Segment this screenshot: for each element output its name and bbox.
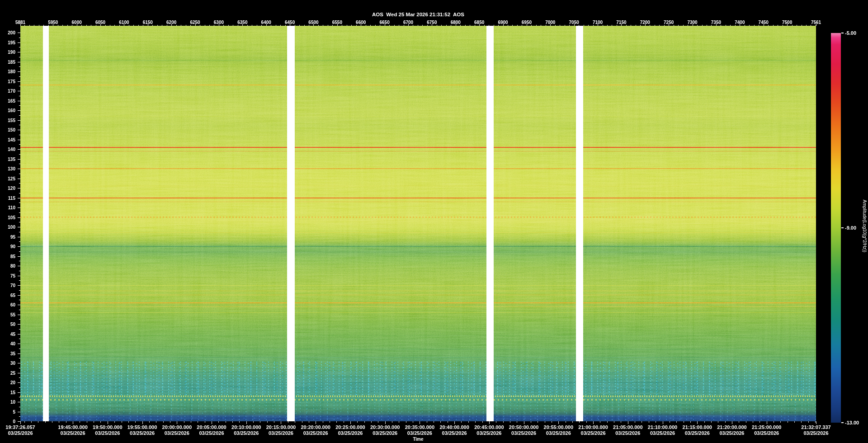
time-value: 20:30:00.000 (370, 424, 400, 430)
colorbar-tick (841, 33, 844, 33)
time-value: 20:50:00.000 (509, 424, 538, 430)
time-value: 21:25:00.000 (752, 424, 781, 430)
time-minor-tick (656, 421, 656, 423)
time-tick-label: 20:55:00.00003/25/2026 (544, 424, 573, 436)
time-minor-tick (718, 421, 718, 423)
time-minor-tick (108, 421, 108, 423)
freq-tick-label: 195 (8, 40, 15, 45)
time-minor-tick (413, 421, 413, 423)
freq-tick-label: 135 (8, 156, 15, 161)
time-minor-tick (170, 421, 170, 423)
freq-tick-label: 20 (10, 380, 15, 385)
freq-tick-label: 145 (8, 137, 15, 142)
time-minor-tick (288, 421, 288, 423)
time-minor-tick (531, 421, 531, 423)
time-minor-tick (614, 421, 614, 423)
time-minor-tick (774, 421, 774, 423)
time-minor-tick (704, 421, 705, 423)
time-value: 20:15:00.000 (266, 424, 296, 430)
time-minor-tick (794, 421, 795, 423)
date-value: 03/25/2026 (162, 430, 192, 436)
record-major-tick (816, 24, 816, 26)
time-value: 20:10:00.000 (231, 424, 261, 430)
time-tick-label: 20:05:00.00003/25/2026 (197, 424, 226, 436)
time-minor-tick (267, 421, 268, 423)
time-minor-tick (635, 421, 635, 423)
time-minor-tick (24, 421, 25, 423)
freq-tick-label: 105 (8, 215, 15, 220)
time-minor-tick (468, 421, 469, 423)
freq-tick-label: 65 (10, 292, 15, 297)
time-minor-tick (80, 421, 80, 423)
freq-tick-label: 45 (10, 331, 15, 336)
time-tick-label: 21:00:00.00003/25/2026 (578, 424, 608, 436)
time-minor-tick (406, 421, 406, 423)
time-minor-tick (642, 421, 642, 423)
time-value: 20:05:00.000 (197, 424, 226, 430)
time-tick-label: 19:37:26.05703/25/2026 (5, 424, 35, 436)
time-minor-tick (274, 421, 274, 423)
date-value: 03/25/2026 (717, 430, 746, 436)
time-minor-tick (489, 421, 490, 423)
time-major-tick (816, 421, 816, 424)
time-minor-tick (226, 421, 226, 423)
time-tick-label: 20:30:00.00003/25/2026 (370, 424, 400, 436)
time-minor-tick (780, 421, 781, 423)
freq-tick-label: 70 (10, 283, 15, 288)
time-minor-tick (808, 421, 809, 423)
time-minor-tick (572, 421, 573, 423)
freq-tick-label: 140 (8, 147, 15, 152)
data-gap-stripe (287, 26, 295, 421)
time-minor-tick (801, 421, 802, 423)
time-minor-tick (684, 421, 684, 423)
date-value: 03/25/2026 (752, 430, 781, 436)
freq-tick-label: 90 (10, 244, 15, 249)
spectrogram-plot[interactable] (20, 26, 816, 421)
freq-tick-label: 55 (10, 312, 15, 317)
time-minor-tick (253, 421, 254, 423)
time-minor-tick (378, 421, 378, 423)
date-value: 03/25/2026 (370, 430, 400, 436)
date-value: 03/25/2026 (301, 430, 330, 436)
time-minor-tick (593, 421, 594, 423)
freq-tick-label: 155 (8, 118, 15, 123)
time-minor-tick (142, 421, 143, 423)
time-value: 21:00:00.000 (578, 424, 608, 430)
time-tick-label: 21:05:00.00003/25/2026 (613, 424, 642, 436)
freq-tick-label: 170 (8, 89, 15, 94)
time-tick-label: 21:32:07.33703/25/2026 (801, 424, 830, 436)
time-minor-tick (392, 421, 392, 423)
time-minor-tick (690, 421, 691, 423)
time-minor-tick (364, 421, 365, 423)
time-minor-tick (218, 421, 219, 423)
time-minor-tick (350, 421, 351, 423)
freq-tick-label: 15 (10, 390, 15, 395)
time-minor-tick (815, 421, 816, 423)
time-minor-tick (73, 421, 73, 423)
time-minor-tick (621, 421, 621, 423)
date-value: 03/25/2026 (93, 430, 122, 436)
time-minor-tick (739, 421, 739, 423)
freq-tick-label: 175 (8, 79, 15, 84)
time-minor-tick (663, 421, 663, 423)
date-value: 03/25/2026 (127, 430, 157, 436)
time-minor-tick (122, 421, 122, 423)
time-value: 21:15:00.000 (683, 424, 712, 430)
time-value: 20:40:00.000 (439, 424, 469, 430)
time-minor-tick (746, 421, 746, 423)
colorbar-tick-label: -13.00 (845, 420, 859, 425)
time-minor-tick (510, 421, 510, 423)
time-minor-tick (232, 421, 233, 423)
time-tick-label: 20:15:00.00003/25/2026 (266, 424, 296, 436)
time-minor-tick (628, 421, 628, 423)
freq-tick-label: 100 (8, 225, 15, 230)
time-minor-tick (711, 421, 712, 423)
time-tick-label: 21:10:00.00003/25/2026 (648, 424, 677, 436)
time-minor-tick (503, 421, 504, 423)
date-value: 03/25/2026 (648, 430, 677, 436)
time-value: 19:37:26.057 (5, 424, 35, 430)
time-minor-tick (336, 421, 337, 423)
time-minor-tick (260, 421, 260, 423)
freq-tick-label: 85 (10, 254, 15, 259)
colorbar (831, 33, 841, 423)
